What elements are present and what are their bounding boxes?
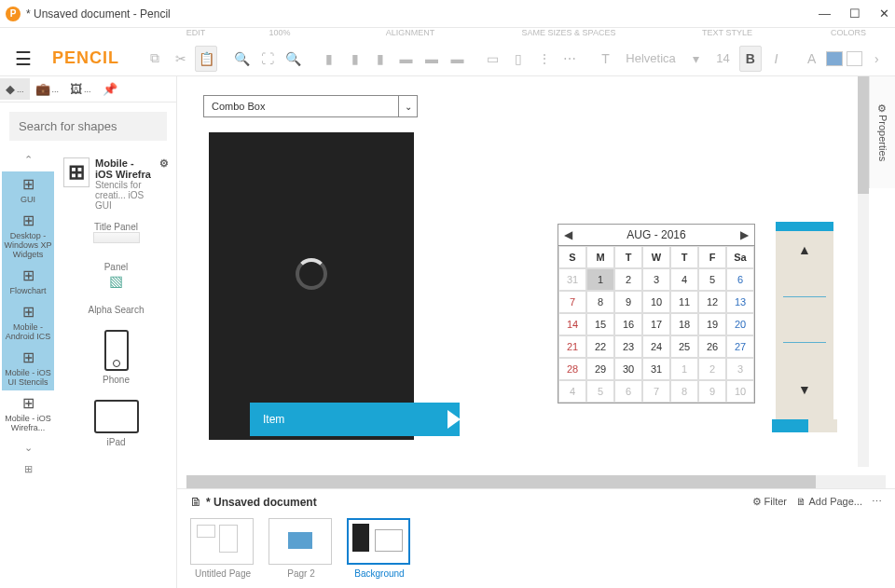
text-color-button[interactable]: A [801, 46, 823, 72]
tab-images[interactable]: 🖼 ... [64, 78, 97, 100]
calendar-day-cell[interactable]: 27 [726, 335, 754, 358]
calendar-day-cell[interactable]: 25 [670, 335, 698, 358]
align-top-button[interactable]: ▬ [395, 46, 418, 72]
tab-clipart[interactable]: 💼 ... [30, 78, 65, 100]
font-size-input[interactable]: 14 [710, 51, 735, 65]
zoom-out-button[interactable]: 🔍 [282, 46, 305, 72]
add-page-button[interactable]: 🗎 Add Page... [796, 496, 862, 508]
stepper-up-button[interactable]: ▲ [776, 231, 833, 268]
canvas-stepper[interactable]: ▲ ▼ [776, 222, 833, 427]
calendar-day-cell[interactable]: 6 [614, 380, 642, 403]
category-item[interactable]: ⊞Desktop - Windows XP Widgets [2, 208, 54, 263]
calendar-day-cell[interactable]: 8 [586, 291, 614, 313]
vertical-scrollbar[interactable] [858, 76, 869, 467]
calendar-day-cell[interactable]: 3 [642, 268, 670, 291]
stroke-color-swatch[interactable] [847, 51, 862, 66]
window-minimize-button[interactable]: — [819, 7, 831, 21]
stepper-down-button[interactable]: ▼ [776, 371, 833, 408]
distribute-h-button[interactable]: ⋮ [533, 46, 556, 72]
align-left-button[interactable]: ▮ [318, 46, 340, 72]
canvas-dark-panel[interactable] [209, 132, 414, 440]
calendar-day-cell[interactable]: 4 [558, 380, 586, 403]
pagebar-more-icon[interactable]: ⋯ [872, 496, 882, 508]
calendar-prev-button[interactable]: ◀ [564, 228, 572, 241]
calendar-day-cell[interactable]: 5 [586, 380, 614, 403]
align-center-button[interactable]: ▮ [344, 46, 366, 72]
category-item[interactable]: ⊞Flowchart [2, 263, 54, 299]
calendar-day-cell[interactable]: 2 [614, 268, 642, 291]
calendar-day-cell[interactable]: 1 [670, 358, 698, 380]
calendar-day-cell[interactable]: 16 [614, 313, 642, 335]
shape-panel[interactable]: Panel ▧ [60, 254, 172, 297]
calendar-day-cell[interactable]: 7 [642, 380, 670, 403]
chevron-down-icon[interactable]: ⌄ [398, 96, 417, 116]
canvas-progress-bar[interactable] [772, 419, 837, 432]
paste-button[interactable]: 📋 [195, 46, 217, 72]
calendar-day-cell[interactable]: 18 [670, 313, 698, 335]
same-width-button[interactable]: ▭ [482, 46, 504, 72]
calendar-day-cell[interactable]: 3 [726, 358, 754, 380]
canvas-calendar[interactable]: ◀ AUG - 2016 ▶ SMTWTFSa 3112345678910111… [558, 224, 755, 403]
page-thumbnail[interactable]: Pagr 2 [268, 518, 334, 579]
canvas-combobox[interactable]: Combo Box ⌄ [203, 95, 418, 117]
calendar-day-cell[interactable]: 23 [614, 335, 642, 358]
calendar-day-cell[interactable]: 31 [642, 358, 670, 380]
font-name-select[interactable]: Helvetica [620, 51, 681, 65]
calendar-day-cell[interactable]: 7 [558, 291, 586, 313]
shape-title-panel[interactable]: Title Panel [60, 214, 172, 254]
calendar-day-cell[interactable]: 19 [698, 313, 726, 335]
calendar-day-cell[interactable]: 9 [698, 380, 726, 403]
category-item[interactable]: ⊞Mobile - iOS Wirefra... [2, 390, 54, 436]
text-style-button[interactable]: T [595, 46, 617, 72]
cut-button[interactable]: ✂ [170, 46, 192, 72]
calendar-day-cell[interactable]: 22 [586, 335, 614, 358]
calendar-day-cell[interactable]: 30 [614, 358, 642, 380]
italic-button[interactable]: I [765, 46, 788, 72]
page-thumbnail[interactable]: Untitled Page [190, 518, 255, 579]
fill-color-swatch[interactable] [826, 51, 842, 66]
calendar-next-button[interactable]: ▶ [740, 228, 749, 241]
category-scroll-down[interactable]: ⌄ [21, 438, 36, 458]
canvas[interactable]: Combo Box ⌄ Item ◀ AUG - 2016 ▶ SMTWTFSa… [177, 76, 895, 475]
calendar-day-cell[interactable]: 8 [670, 380, 698, 403]
search-input[interactable] [9, 112, 167, 141]
calendar-day-cell[interactable]: 2 [698, 358, 726, 380]
calendar-day-cell[interactable]: 9 [614, 291, 642, 313]
window-maximize-button[interactable]: ☐ [849, 7, 861, 21]
copy-button[interactable]: ⧉ [144, 46, 166, 72]
canvas-tag-item[interactable]: Item [250, 403, 460, 436]
same-height-button[interactable]: ▯ [508, 46, 530, 72]
calendar-day-cell[interactable]: 14 [558, 313, 586, 335]
font-dropdown-icon[interactable]: ▾ [685, 46, 708, 72]
shape-alpha-search[interactable]: Alpha Search [60, 297, 172, 322]
calendar-day-cell[interactable]: 4 [670, 268, 698, 291]
category-item[interactable]: ⊞GUI [2, 171, 54, 208]
menu-button[interactable]: ☰ [7, 48, 39, 70]
zoom-fit-button[interactable]: ⛶ [257, 46, 280, 72]
page-thumbnail[interactable]: Background [347, 518, 412, 579]
calendar-day-cell[interactable]: 28 [558, 358, 586, 380]
calendar-day-cell[interactable]: 1 [586, 268, 614, 291]
shape-ipad[interactable]: iPad [60, 392, 172, 455]
distribute-v-button[interactable]: ⋯ [559, 46, 582, 72]
calendar-day-cell[interactable]: 15 [586, 313, 614, 335]
align-right-button[interactable]: ▮ [369, 46, 392, 72]
bold-button[interactable]: B [739, 46, 762, 72]
calendar-day-cell[interactable]: 13 [726, 291, 754, 313]
calendar-day-cell[interactable]: 10 [642, 291, 670, 313]
window-close-button[interactable]: ✕ [879, 7, 889, 21]
align-bottom-button[interactable]: ▬ [447, 46, 469, 72]
category-scroll-up[interactable]: ⌃ [21, 150, 36, 170]
properties-tab[interactable]: ⚙ Properties [869, 76, 895, 188]
gear-icon[interactable]: ⚙ [159, 157, 169, 170]
calendar-day-cell[interactable]: 26 [698, 335, 726, 358]
category-item[interactable]: ⊞Mobile - Android ICS [2, 299, 54, 345]
calendar-day-cell[interactable]: 12 [698, 291, 726, 313]
zoom-in-button[interactable]: 🔍 [231, 46, 254, 72]
calendar-day-cell[interactable]: 29 [586, 358, 614, 380]
toolbar-more-icon[interactable]: › [866, 46, 888, 72]
category-grid-view[interactable]: ⊞ [21, 459, 36, 479]
horizontal-scrollbar[interactable] [186, 475, 886, 488]
calendar-day-cell[interactable]: 20 [726, 313, 754, 335]
shape-phone[interactable]: Phone [60, 322, 172, 392]
